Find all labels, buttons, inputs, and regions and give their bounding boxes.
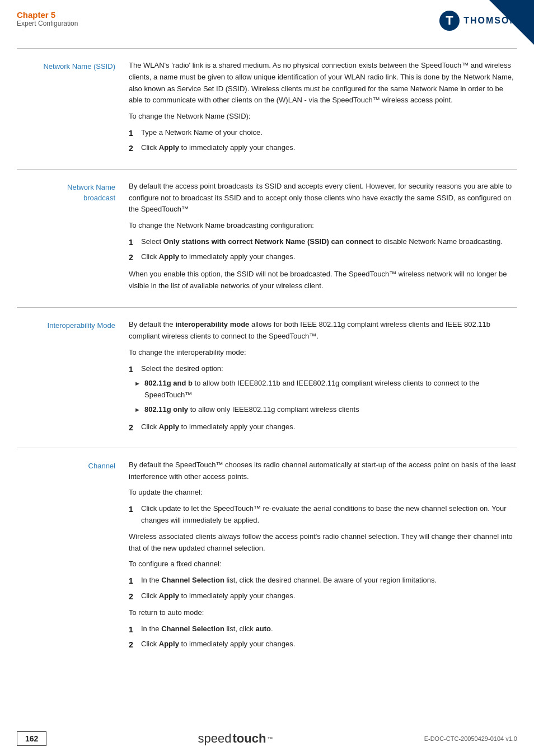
step-text: Select the desired option: xyxy=(141,363,223,375)
chapter-title: Chapter 5 xyxy=(17,10,78,20)
para-2: To change the Network Name (SSID): xyxy=(129,111,517,123)
doc-reference: E-DOC-CTC-20050429-0104 v1.0 xyxy=(424,735,517,742)
step-num: 2 xyxy=(129,421,141,434)
steps-list: 1 Select Only stations with correct Netw… xyxy=(129,236,517,264)
section-channel: Channel By default the SpeedTouch™ choos… xyxy=(17,448,517,665)
para-2: To change the Network Name broadcasting … xyxy=(129,220,517,232)
main-content: Network Name (SSID) The WLAN's 'radio' l… xyxy=(0,31,534,677)
para-4: To configure a fixed channel: xyxy=(129,558,517,570)
section-label-interoperability: Interoperability Mode xyxy=(17,319,129,436)
section-network-name-ssid: Network Name (SSID) The WLAN's 'radio' l… xyxy=(17,48,517,169)
step-num: 1 xyxy=(129,623,141,636)
section-label-network-name-ssid: Network Name (SSID) xyxy=(17,60,129,158)
section-body-network-name-ssid: The WLAN's 'radio' link is a shared medi… xyxy=(129,60,517,158)
steps-list: 1 Type a Network Name of your choice. 2 … xyxy=(129,127,517,155)
step-text: Select Only stations with correct Networ… xyxy=(141,236,517,248)
step-2: 2 Click Apply to immediately apply your … xyxy=(129,251,517,264)
logo-touch: touch xyxy=(233,731,266,746)
step-1: 1 Select the desired option: ► 802.11g a… xyxy=(129,363,517,419)
section-label-channel: Channel xyxy=(17,459,129,654)
step-text: Click Apply to immediately apply your ch… xyxy=(141,251,517,263)
sub-text: 802.11g and b to allow both IEEE802.11b … xyxy=(144,378,517,401)
step-text: Click Apply to immediately apply your ch… xyxy=(141,142,517,154)
section-body-channel: By default the SpeedTouch™ chooses its r… xyxy=(129,459,517,654)
arrow-icon: ► xyxy=(134,379,142,389)
steps-list-1: 1 Click update to let the SpeedTouch™ re… xyxy=(129,503,517,527)
step-num: 1 xyxy=(129,127,141,139)
logo-tm: ™ xyxy=(267,736,273,742)
para-1: By default the SpeedTouch™ chooses its r… xyxy=(129,459,517,483)
step-text: Click Apply to immediately apply your ch… xyxy=(141,590,517,602)
page-header: Chapter 5 Expert Configuration T THOMSON xyxy=(0,0,534,31)
step-text: In the Channel Selection list, click the… xyxy=(141,575,517,586)
step-1: 1 In the Channel Selection list, click t… xyxy=(129,575,517,587)
after-steps-para: When you enable this option, the SSID wi… xyxy=(129,269,517,292)
page-footer: 162 speed touch ™ E-DOC-CTC-20050429-010… xyxy=(0,721,534,756)
header-decoration xyxy=(489,0,534,45)
step-2: 2 Click Apply to immediately apply your … xyxy=(129,421,517,434)
step-num: 1 xyxy=(129,236,141,248)
arrow-icon: ► xyxy=(134,405,142,415)
step-text: Click update to let the SpeedTouch™ re-e… xyxy=(141,503,517,527)
logo-speed: speed xyxy=(198,731,232,746)
step-1: 1 Select Only stations with correct Netw… xyxy=(129,236,517,248)
step-1: 1 Type a Network Name of your choice. xyxy=(129,127,517,139)
step-num: 1 xyxy=(129,503,141,515)
step-num: 1 xyxy=(129,363,141,375)
para-2: To change the interoperability mode: xyxy=(129,347,517,359)
sub-item-1: ► 802.11g and b to allow both IEEE802.11… xyxy=(134,378,517,401)
para-1: By default the access point broadcasts i… xyxy=(129,181,517,215)
para-1: By default the interoperability mode all… xyxy=(129,319,517,342)
steps-list-3: 1 In the Channel Selection list, click a… xyxy=(129,623,517,651)
thomson-icon: T xyxy=(439,10,460,31)
footer-logo: speed touch ™ xyxy=(198,731,273,746)
section-body-interoperability: By default the interoperability mode all… xyxy=(129,319,517,436)
step-text: Click Apply to immediately apply your ch… xyxy=(141,638,517,650)
step-1: 1 In the Channel Selection list, click a… xyxy=(129,623,517,636)
step-num: 1 xyxy=(129,575,141,587)
header-left: Chapter 5 Expert Configuration xyxy=(17,10,78,27)
para-5: To return to auto mode: xyxy=(129,607,517,619)
step-text: Type a Network Name of your choice. xyxy=(141,127,517,139)
step-num: 2 xyxy=(129,590,141,603)
section-body-broadcast: By default the access point broadcasts i… xyxy=(129,181,517,297)
chapter-subtitle: Expert Configuration xyxy=(17,20,78,27)
steps-list: 1 Select the desired option: ► 802.11g a… xyxy=(129,363,517,434)
step-text: In the Channel Selection list, click aut… xyxy=(141,623,517,635)
step-text: Click Apply to immediately apply your ch… xyxy=(141,421,517,433)
step-num: 2 xyxy=(129,251,141,264)
step-2: 2 Click Apply to immediately apply your … xyxy=(129,142,517,154)
step-1: 1 Click update to let the SpeedTouch™ re… xyxy=(129,503,517,527)
para-2: To update the channel: xyxy=(129,487,517,499)
step-2: 2 Click Apply to immediately apply your … xyxy=(129,590,517,603)
step-num: 2 xyxy=(129,638,141,651)
section-interoperability: Interoperability Mode By default the int… xyxy=(17,307,517,448)
sub-options: ► 802.11g and b to allow both IEEE802.11… xyxy=(129,378,517,418)
sub-item-2: ► 802.11g only to allow only IEEE802.11g… xyxy=(134,404,517,416)
para-3: Wireless associated clients always follo… xyxy=(129,531,517,555)
section-network-name-broadcast: Network Namebroadcast By default the acc… xyxy=(17,169,517,308)
step-2: 2 Click Apply to immediately apply your … xyxy=(129,638,517,651)
svg-text:T: T xyxy=(446,13,453,27)
steps-list-2: 1 In the Channel Selection list, click t… xyxy=(129,575,517,603)
step-num: 2 xyxy=(129,142,141,154)
sub-text: 802.11g only to allow only IEEE802.11g c… xyxy=(144,404,359,416)
para-1: The WLAN's 'radio' link is a shared medi… xyxy=(129,60,517,106)
section-label-broadcast: Network Namebroadcast xyxy=(17,181,129,297)
page-number: 162 xyxy=(17,731,46,746)
